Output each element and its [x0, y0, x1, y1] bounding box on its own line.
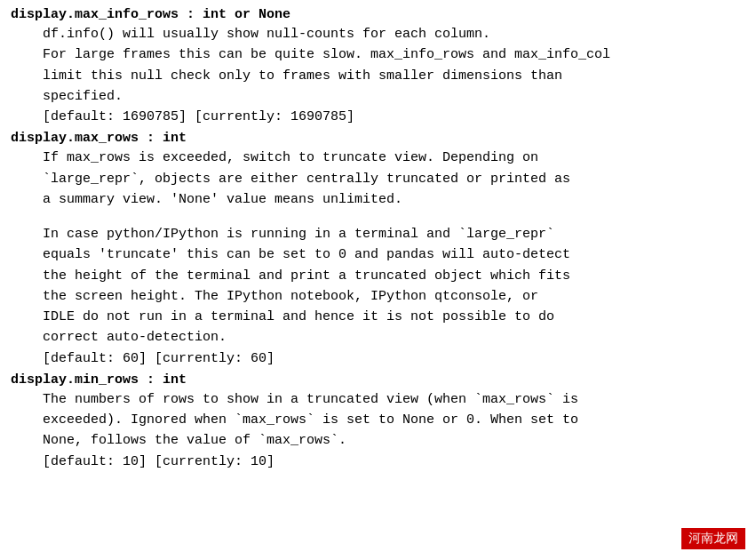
paragraph-line: `large_repr`, objects are either central…: [43, 169, 745, 189]
paragraph-line: [default: 10] [currently: 10]: [43, 452, 745, 472]
section-body-max_info_rows: df.info() will usually show null-counts …: [11, 24, 745, 127]
paragraph-line: df.info() will usually show null-counts …: [43, 24, 745, 44]
section-max_rows: display.max_rows : intIf max_rows is exc…: [11, 131, 745, 369]
paragraph-line: the screen height. The IPython notebook,…: [43, 286, 745, 307]
paragraph-line: None, follows the value of `max_rows`.: [43, 430, 745, 451]
paragraph-line: specified.: [43, 86, 745, 107]
section-min_rows: display.min_rows : intThe numbers of row…: [11, 372, 745, 472]
paragraph-line: For large frames this can be quite slow.…: [43, 44, 745, 65]
paragraph-line: In case python/IPython is running in a t…: [43, 224, 745, 244]
paragraph-line: [default: 60] [currently: 60]: [43, 348, 745, 369]
section-max_info_rows: display.max_info_rows : int or Nonedf.in…: [11, 7, 745, 127]
paragraph-line: If max_rows is exceeded, switch to trunc…: [43, 148, 745, 168]
paragraph-line: a summary view. 'None' value means unlim…: [43, 189, 745, 210]
doc-container: display.max_info_rows : int or Nonedf.in…: [11, 7, 745, 472]
section-header-max_rows: display.max_rows : int: [11, 131, 745, 146]
paragraph-line: limit this null check only to frames wit…: [43, 66, 745, 86]
section-header-min_rows: display.min_rows : int: [11, 372, 745, 388]
section-body-min_rows: The numbers of rows to show in a truncat…: [11, 389, 745, 472]
paragraph-line: The numbers of rows to show in a truncat…: [43, 389, 745, 410]
paragraph-line: [default: 1690785] [currently: 1690785]: [43, 107, 745, 127]
section-body-max_rows: If max_rows is exceeded, switch to trunc…: [11, 148, 745, 369]
paragraph-line: correct auto-detection.: [43, 327, 745, 348]
section-header-max_info_rows: display.max_info_rows : int or None: [11, 7, 745, 22]
paragraph-line: equals 'truncate' this can be set to 0 a…: [43, 244, 745, 265]
paragraph-spacer: [43, 210, 745, 224]
paragraph-line: IDLE do not run in a terminal and hence …: [43, 307, 745, 327]
paragraph-line: the height of the terminal and print a t…: [43, 266, 745, 286]
watermark: 河南龙网: [681, 528, 745, 549]
paragraph-line: exceeded). Ignored when `max_rows` is se…: [43, 410, 745, 430]
